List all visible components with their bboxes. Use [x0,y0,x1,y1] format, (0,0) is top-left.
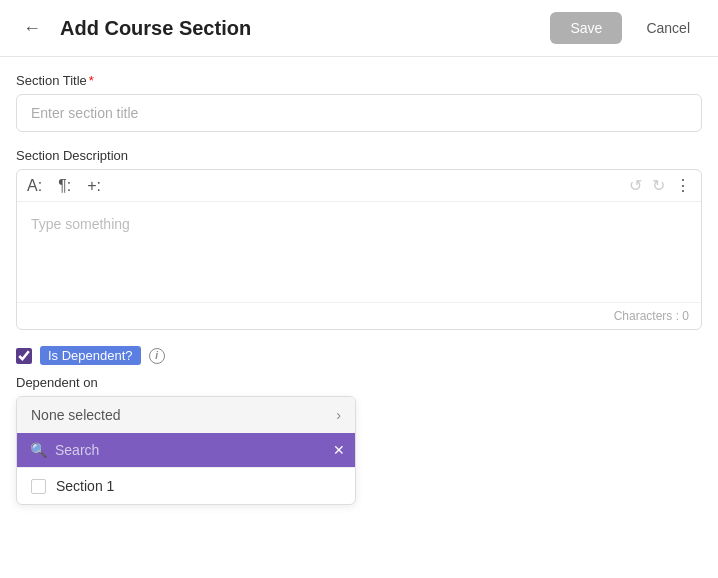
editor-body[interactable]: Type something [17,202,701,302]
page-header: ← Add Course Section Save Cancel [0,0,718,57]
chevron-right-icon: › [336,407,341,423]
description-editor: A: ¶: +: ↺ ↻ ⋮ Type something Characters… [16,169,702,330]
back-button[interactable]: ← [16,12,48,44]
section-description-label: Section Description [16,148,702,163]
page-content: Section Title* Section Description A: ¶:… [0,57,718,521]
section-title-input[interactable] [16,94,702,132]
dropdown-search-input[interactable] [55,442,327,458]
is-dependent-label: Is Dependent? [40,346,141,365]
option-checkbox [31,479,46,494]
toolbar-right: ↺ ↻ ⋮ [629,176,691,195]
dropdown-header[interactable]: None selected › [17,397,355,433]
add-element-icon[interactable]: +: [87,177,101,195]
more-options-icon[interactable]: ⋮ [675,176,691,195]
dropdown-selected-text: None selected [31,407,121,423]
redo-icon[interactable]: ↻ [652,176,665,195]
font-size-icon[interactable]: A: [27,177,42,195]
search-icon: 🔍 [27,439,49,461]
required-star: * [89,73,94,88]
page-title: Add Course Section [60,17,538,40]
undo-icon[interactable]: ↺ [629,176,642,195]
back-arrow-icon: ← [23,18,41,39]
section-title-label: Section Title* [16,73,702,88]
info-icon[interactable]: i [149,348,165,364]
cancel-button[interactable]: Cancel [634,12,702,44]
editor-placeholder: Type something [31,216,130,232]
dependent-on-label: Dependent on [16,375,702,390]
dropdown-search-row: 🔍 ✕ [17,433,355,468]
paragraph-icon[interactable]: ¶: [58,177,71,195]
character-count: Characters : 0 [17,302,701,329]
is-dependent-checkbox[interactable] [16,348,32,364]
save-button[interactable]: Save [550,12,622,44]
dependent-on-dropdown: None selected › 🔍 ✕ Section 1 [16,396,356,505]
option-label: Section 1 [56,478,114,494]
dropdown-option[interactable]: Section 1 [17,468,355,504]
clear-search-icon[interactable]: ✕ [333,442,345,458]
is-dependent-row: Is Dependent? i [16,346,702,365]
editor-toolbar: A: ¶: +: ↺ ↻ ⋮ [17,170,701,202]
